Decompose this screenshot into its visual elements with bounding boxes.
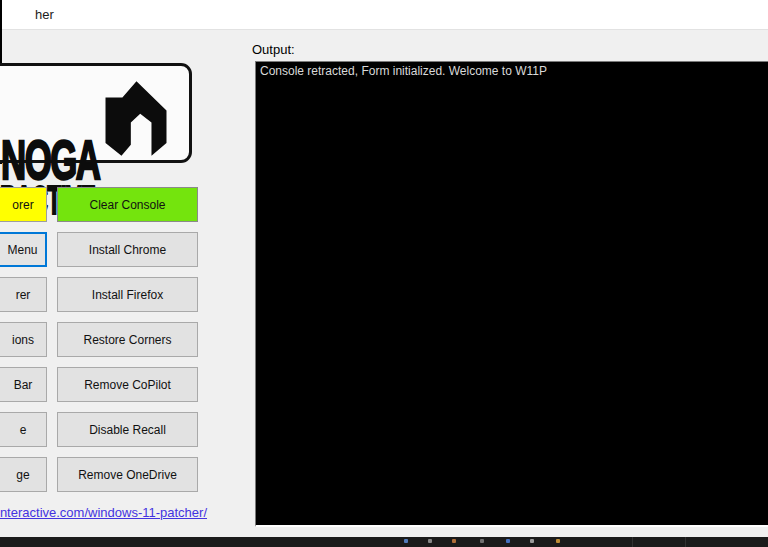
logo-arrow-icon — [98, 71, 174, 161]
button-label: Remove OneDrive — [78, 468, 177, 482]
taskbar-icon-dot — [404, 539, 408, 543]
button-label: e — [20, 423, 27, 437]
taskbar-icon-dot — [480, 539, 484, 543]
console-line: Console retracted, Form initialized. Wel… — [256, 62, 768, 81]
button-label: Remove CoPilot — [84, 378, 171, 392]
button-label: Disable Recall — [89, 423, 166, 437]
button-label: ge — [16, 468, 29, 482]
left-button-stub-7[interactable]: ge — [0, 457, 47, 492]
install-chrome-button[interactable]: Install Chrome — [57, 232, 198, 267]
button-label: Menu — [7, 243, 37, 257]
button-label: orer — [12, 198, 33, 212]
left-button-stub-4[interactable]: ions — [0, 322, 47, 357]
button-label: Clear Console — [89, 198, 165, 212]
button-label: rer — [16, 288, 31, 302]
remove-copilot-button[interactable]: Remove CoPilot — [57, 367, 198, 402]
taskbar-icon-dot — [428, 539, 432, 543]
left-button-bar-stub[interactable]: Bar — [0, 367, 47, 402]
app-window: her NOGA RACTIVE orer Menu rer ions Bar … — [0, 0, 768, 547]
taskbar-separator — [685, 537, 686, 547]
output-label: Output: — [252, 42, 295, 57]
website-link[interactable]: interactive.com/windows-11-patcher/ — [0, 505, 207, 520]
button-label: ions — [12, 333, 34, 347]
button-label: Install Chrome — [89, 243, 166, 257]
output-console[interactable]: Console retracted, Form initialized. Wel… — [255, 61, 768, 527]
left-button-explorer-stub[interactable]: orer — [0, 187, 47, 222]
title-bar: her — [0, 0, 768, 30]
taskbar-sliver[interactable] — [0, 537, 768, 547]
taskbar-icon-dot — [530, 539, 534, 543]
button-label: Bar — [14, 378, 33, 392]
remove-onedrive-button[interactable]: Remove OneDrive — [57, 457, 198, 492]
window-title: her — [35, 7, 54, 22]
taskbar-separator — [632, 537, 633, 547]
left-button-menu-stub[interactable]: Menu — [0, 232, 47, 267]
disable-recall-button[interactable]: Disable Recall — [57, 412, 198, 447]
left-button-stub-6[interactable]: e — [0, 412, 47, 447]
install-firefox-button[interactable]: Install Firefox — [57, 277, 198, 312]
restore-corners-button[interactable]: Restore Corners — [57, 322, 198, 357]
left-button-stub-3[interactable]: rer — [0, 277, 47, 312]
taskbar-icon-dot — [506, 539, 510, 543]
taskbar-icon-dot — [452, 539, 456, 543]
button-label: Restore Corners — [83, 333, 171, 347]
clear-console-button[interactable]: Clear Console — [57, 187, 198, 222]
button-label: Install Firefox — [92, 288, 163, 302]
taskbar-icon-dot — [556, 539, 560, 543]
